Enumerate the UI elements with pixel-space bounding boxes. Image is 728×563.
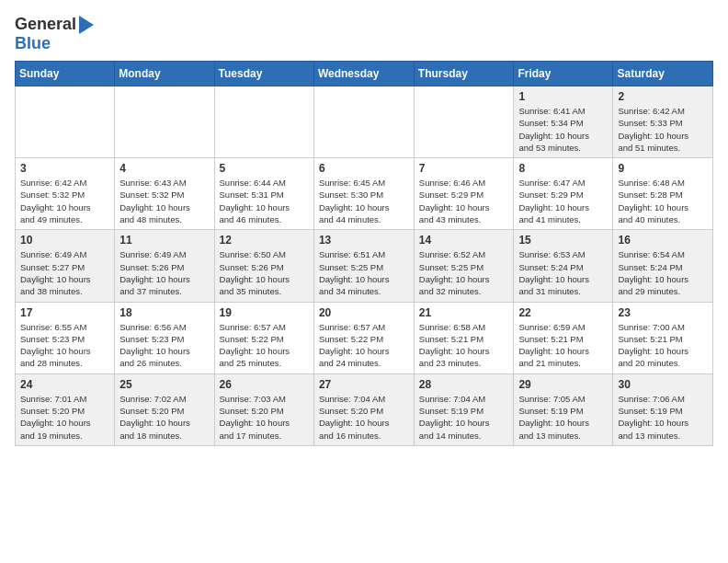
- logo-blue-text: Blue: [15, 34, 51, 52]
- day-of-week-header: Thursday: [414, 62, 514, 86]
- logo: General Blue: [15, 15, 94, 53]
- calendar-cell: 4Sunrise: 6:43 AM Sunset: 5:32 PM Daylig…: [115, 158, 214, 230]
- day-number: 11: [119, 234, 209, 247]
- calendar-cell: 10Sunrise: 6:49 AM Sunset: 5:27 PM Dayli…: [16, 230, 115, 302]
- day-number: 8: [518, 162, 608, 175]
- calendar-cell: [16, 86, 115, 158]
- day-of-week-header: Monday: [115, 62, 214, 86]
- day-number: 14: [419, 234, 509, 247]
- day-number: 29: [518, 378, 608, 391]
- calendar-cell: 3Sunrise: 6:42 AM Sunset: 5:32 PM Daylig…: [16, 158, 115, 230]
- day-info: Sunrise: 7:02 AM Sunset: 5:20 PM Dayligh…: [119, 393, 209, 442]
- day-info: Sunrise: 6:44 AM Sunset: 5:31 PM Dayligh…: [220, 177, 309, 225]
- calendar-cell: 29Sunrise: 7:05 AM Sunset: 5:19 PM Dayli…: [514, 373, 613, 445]
- day-number: 21: [419, 306, 509, 319]
- day-of-week-header: Wednesday: [313, 62, 414, 86]
- calendar-cell: 16Sunrise: 6:54 AM Sunset: 5:24 PM Dayli…: [613, 230, 713, 302]
- calendar-cell: 5Sunrise: 6:44 AM Sunset: 5:31 PM Daylig…: [214, 158, 313, 230]
- day-info: Sunrise: 6:49 AM Sunset: 5:26 PM Dayligh…: [119, 248, 209, 297]
- logo-triangle-icon: [79, 16, 94, 34]
- calendar-week-row: 1Sunrise: 6:41 AM Sunset: 5:34 PM Daylig…: [16, 86, 713, 158]
- day-number: 23: [618, 306, 708, 319]
- calendar-cell: 22Sunrise: 6:59 AM Sunset: 5:21 PM Dayli…: [514, 302, 613, 373]
- day-number: 24: [20, 378, 109, 391]
- day-info: Sunrise: 6:46 AM Sunset: 5:29 PM Dayligh…: [419, 177, 509, 225]
- calendar-cell: 14Sunrise: 6:52 AM Sunset: 5:25 PM Dayli…: [414, 230, 514, 302]
- calendar-cell: 21Sunrise: 6:58 AM Sunset: 5:21 PM Dayli…: [414, 302, 514, 373]
- calendar-cell: 27Sunrise: 7:04 AM Sunset: 5:20 PM Dayli…: [313, 373, 414, 445]
- day-info: Sunrise: 6:49 AM Sunset: 5:27 PM Dayligh…: [20, 248, 109, 297]
- day-number: 19: [220, 306, 309, 319]
- calendar-cell: [414, 86, 514, 158]
- day-number: 7: [419, 162, 509, 175]
- day-info: Sunrise: 6:51 AM Sunset: 5:25 PM Dayligh…: [319, 248, 409, 297]
- day-info: Sunrise: 6:57 AM Sunset: 5:22 PM Dayligh…: [319, 321, 409, 370]
- day-info: Sunrise: 6:41 AM Sunset: 5:34 PM Dayligh…: [518, 105, 608, 154]
- day-info: Sunrise: 6:42 AM Sunset: 5:33 PM Dayligh…: [618, 105, 708, 154]
- calendar-cell: 2Sunrise: 6:42 AM Sunset: 5:33 PM Daylig…: [613, 86, 713, 158]
- calendar-cell: 19Sunrise: 6:57 AM Sunset: 5:22 PM Dayli…: [214, 302, 313, 373]
- day-number: 28: [419, 378, 509, 391]
- day-number: 5: [220, 162, 309, 175]
- day-number: 1: [518, 90, 608, 103]
- day-info: Sunrise: 6:58 AM Sunset: 5:21 PM Dayligh…: [419, 321, 509, 370]
- day-of-week-header: Sunday: [16, 62, 115, 86]
- calendar-cell: 11Sunrise: 6:49 AM Sunset: 5:26 PM Dayli…: [115, 230, 214, 302]
- day-info: Sunrise: 7:03 AM Sunset: 5:20 PM Dayligh…: [220, 393, 309, 442]
- calendar-cell: 12Sunrise: 6:50 AM Sunset: 5:26 PM Dayli…: [214, 230, 313, 302]
- calendar-cell: 26Sunrise: 7:03 AM Sunset: 5:20 PM Dayli…: [214, 373, 313, 445]
- day-info: Sunrise: 7:01 AM Sunset: 5:20 PM Dayligh…: [20, 393, 109, 442]
- calendar-cell: 15Sunrise: 6:53 AM Sunset: 5:24 PM Dayli…: [514, 230, 613, 302]
- day-number: 9: [618, 162, 708, 175]
- day-number: 12: [220, 234, 309, 247]
- day-info: Sunrise: 7:04 AM Sunset: 5:19 PM Dayligh…: [419, 393, 509, 442]
- calendar-table: SundayMondayTuesdayWednesdayThursdayFrid…: [15, 61, 713, 446]
- day-number: 6: [319, 162, 409, 175]
- day-number: 18: [119, 306, 209, 319]
- calendar-cell: 1Sunrise: 6:41 AM Sunset: 5:34 PM Daylig…: [514, 86, 613, 158]
- day-number: 17: [20, 306, 109, 319]
- day-number: 2: [618, 90, 708, 103]
- day-info: Sunrise: 7:00 AM Sunset: 5:21 PM Dayligh…: [618, 321, 708, 370]
- calendar-cell: 8Sunrise: 6:47 AM Sunset: 5:29 PM Daylig…: [514, 158, 613, 230]
- calendar-cell: 9Sunrise: 6:48 AM Sunset: 5:28 PM Daylig…: [613, 158, 713, 230]
- day-info: Sunrise: 6:48 AM Sunset: 5:28 PM Dayligh…: [618, 177, 708, 225]
- day-info: Sunrise: 6:42 AM Sunset: 5:32 PM Dayligh…: [20, 177, 109, 225]
- day-info: Sunrise: 6:56 AM Sunset: 5:23 PM Dayligh…: [119, 321, 209, 370]
- day-number: 25: [119, 378, 209, 391]
- day-number: 3: [20, 162, 109, 175]
- day-of-week-header: Tuesday: [214, 62, 313, 86]
- calendar-cell: [214, 86, 313, 158]
- calendar-cell: 20Sunrise: 6:57 AM Sunset: 5:22 PM Dayli…: [313, 302, 414, 373]
- day-info: Sunrise: 7:06 AM Sunset: 5:19 PM Dayligh…: [618, 393, 708, 442]
- day-info: Sunrise: 6:47 AM Sunset: 5:29 PM Dayligh…: [518, 177, 608, 225]
- day-number: 16: [618, 234, 708, 247]
- calendar-cell: 18Sunrise: 6:56 AM Sunset: 5:23 PM Dayli…: [115, 302, 214, 373]
- calendar-cell: [115, 86, 214, 158]
- calendar-cell: 30Sunrise: 7:06 AM Sunset: 5:19 PM Dayli…: [613, 373, 713, 445]
- day-number: 26: [220, 378, 309, 391]
- calendar-header: SundayMondayTuesdayWednesdayThursdayFrid…: [16, 62, 713, 86]
- calendar-cell: [313, 86, 414, 158]
- calendar-cell: 24Sunrise: 7:01 AM Sunset: 5:20 PM Dayli…: [16, 373, 115, 445]
- calendar-week-row: 24Sunrise: 7:01 AM Sunset: 5:20 PM Dayli…: [16, 373, 713, 445]
- day-of-week-header: Saturday: [613, 62, 713, 86]
- day-info: Sunrise: 6:57 AM Sunset: 5:22 PM Dayligh…: [220, 321, 309, 370]
- calendar-cell: 13Sunrise: 6:51 AM Sunset: 5:25 PM Dayli…: [313, 230, 414, 302]
- day-info: Sunrise: 6:43 AM Sunset: 5:32 PM Dayligh…: [119, 177, 209, 225]
- calendar-cell: 23Sunrise: 7:00 AM Sunset: 5:21 PM Dayli…: [613, 302, 713, 373]
- day-info: Sunrise: 6:54 AM Sunset: 5:24 PM Dayligh…: [618, 248, 708, 297]
- day-info: Sunrise: 6:52 AM Sunset: 5:25 PM Dayligh…: [419, 248, 509, 297]
- calendar-week-row: 10Sunrise: 6:49 AM Sunset: 5:27 PM Dayli…: [16, 230, 713, 302]
- day-info: Sunrise: 7:04 AM Sunset: 5:20 PM Dayligh…: [319, 393, 409, 442]
- day-number: 20: [319, 306, 409, 319]
- day-of-week-header: Friday: [514, 62, 613, 86]
- day-number: 10: [20, 234, 109, 247]
- page-header: General Blue: [15, 15, 713, 53]
- calendar-body: 1Sunrise: 6:41 AM Sunset: 5:34 PM Daylig…: [16, 86, 713, 446]
- day-number: 15: [518, 234, 608, 247]
- day-info: Sunrise: 6:45 AM Sunset: 5:30 PM Dayligh…: [319, 177, 409, 225]
- calendar-cell: 7Sunrise: 6:46 AM Sunset: 5:29 PM Daylig…: [414, 158, 514, 230]
- day-info: Sunrise: 6:50 AM Sunset: 5:26 PM Dayligh…: [220, 248, 309, 297]
- day-info: Sunrise: 6:59 AM Sunset: 5:21 PM Dayligh…: [518, 321, 608, 370]
